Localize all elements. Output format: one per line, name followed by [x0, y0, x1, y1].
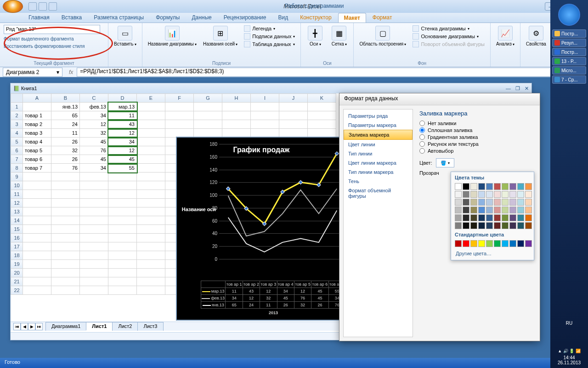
cell[interactable] [222, 103, 251, 111]
cell[interactable]: 24 [51, 120, 80, 129]
cell[interactable] [80, 190, 108, 199]
col-header[interactable]: G [194, 94, 222, 103]
cell[interactable] [51, 260, 80, 269]
color-swatch[interactable] [470, 191, 477, 198]
sheet-tab[interactable]: Лист1 [86, 322, 113, 331]
cell[interactable] [80, 251, 108, 260]
color-swatch[interactable] [478, 214, 485, 221]
cell[interactable] [108, 277, 137, 286]
color-swatch[interactable] [478, 199, 485, 206]
cell[interactable] [279, 120, 308, 129]
color-swatch[interactable] [509, 199, 516, 206]
fx-icon[interactable]: fx [65, 69, 77, 75]
cell[interactable] [308, 103, 336, 111]
color-swatch[interactable] [470, 199, 477, 206]
color-swatch[interactable] [463, 191, 469, 198]
cell[interactable] [23, 216, 51, 225]
color-swatch[interactable] [517, 214, 524, 221]
cell[interactable]: 11 [108, 111, 137, 120]
sheet-tab[interactable]: Лист3 [137, 322, 163, 331]
data-table-button[interactable]: Таблица данных [242, 40, 297, 48]
color-swatch[interactable] [455, 214, 462, 221]
cell[interactable]: товар 6 [23, 155, 51, 164]
color-swatch[interactable] [517, 240, 524, 247]
cell[interactable] [80, 242, 108, 251]
color-swatch[interactable] [486, 222, 493, 229]
cell[interactable]: 32 [80, 129, 108, 138]
col-header[interactable]: B [51, 94, 80, 103]
color-swatch[interactable] [525, 214, 532, 221]
row-header[interactable]: 17 [11, 242, 23, 251]
row-header[interactable]: 3 [11, 120, 23, 129]
data-labels-button[interactable]: Подписи данных [242, 33, 297, 40]
color-swatch[interactable] [470, 183, 477, 190]
color-swatch[interactable] [463, 214, 469, 221]
tab-design[interactable]: Конструктор [294, 13, 337, 23]
tab-pagelayout[interactable]: Разметка страницы [88, 13, 149, 23]
taskbar-item[interactable]: 13 - Р... [552, 57, 586, 65]
color-swatch[interactable] [463, 222, 469, 229]
dialog-nav-item[interactable]: Параметры маркера [344, 121, 413, 130]
color-swatch[interactable] [517, 183, 524, 190]
cell[interactable]: 11 [51, 129, 80, 138]
color-swatch[interactable] [502, 207, 509, 213]
cell[interactable] [194, 120, 222, 129]
cell[interactable] [165, 111, 194, 120]
cell[interactable]: 32 [51, 146, 80, 155]
cell[interactable]: мар.13 [108, 103, 137, 111]
tab-nav-prev[interactable]: ◀ [21, 323, 28, 330]
color-swatch[interactable] [509, 214, 516, 221]
cell[interactable] [51, 242, 80, 251]
dialog-nav-item[interactable]: Цвет линии [344, 140, 413, 149]
color-swatch[interactable] [502, 222, 509, 229]
cell[interactable] [80, 277, 108, 286]
language-indicator[interactable]: RU [550, 321, 588, 326]
cell[interactable] [194, 129, 222, 138]
cell[interactable] [80, 286, 108, 295]
cell[interactable]: товар 7 [23, 164, 51, 172]
row-header[interactable]: 22 [11, 286, 23, 295]
cell[interactable] [137, 146, 165, 155]
dialog-nav-item[interactable]: Тип линии маркера [344, 167, 413, 177]
taskbar-item[interactable]: Резул... [552, 39, 586, 47]
color-swatch[interactable] [494, 214, 501, 221]
cell[interactable] [108, 172, 137, 181]
wb-minimize[interactable]: — [506, 86, 511, 92]
cell[interactable] [51, 216, 80, 225]
cell[interactable] [80, 260, 108, 269]
taskbar-item[interactable]: Micro... [552, 66, 586, 75]
formula-input[interactable]: =РЯД(Лист1!$D$1;Лист1!$A$2:$A$8;Лист1!$D… [77, 68, 579, 77]
cell[interactable] [80, 181, 108, 190]
tab-home[interactable]: Главная [23, 13, 55, 23]
cell[interactable] [165, 103, 194, 111]
cell[interactable] [23, 207, 51, 216]
cell[interactable] [23, 181, 51, 190]
cell[interactable] [80, 225, 108, 234]
cell[interactable] [251, 129, 279, 138]
cell[interactable]: 26 [51, 138, 80, 146]
cell[interactable] [108, 260, 137, 269]
color-swatch[interactable] [470, 207, 477, 213]
sheet-tab[interactable]: Диаграмма1 [45, 322, 86, 331]
plot-area[interactable]: 020406080100120140160180 [219, 144, 346, 259]
cell[interactable] [23, 260, 51, 269]
color-swatch[interactable] [517, 207, 524, 213]
row-header[interactable]: 9 [11, 172, 23, 181]
cell[interactable] [80, 216, 108, 225]
legend-button[interactable]: Легенда [242, 25, 297, 32]
cell[interactable] [137, 129, 165, 138]
tab-review[interactable]: Рецензирование [218, 13, 272, 23]
color-swatch[interactable] [486, 240, 493, 247]
chart-floor-button[interactable]: Основание диаграммы [411, 33, 486, 40]
color-dropdown-button[interactable]: 🪣 [436, 158, 454, 167]
name-box[interactable]: Диаграмма 2▾ [3, 68, 62, 77]
cell[interactable] [137, 269, 165, 277]
color-swatch[interactable] [470, 240, 477, 247]
qat-redo-icon[interactable] [49, 2, 57, 11]
cell[interactable] [51, 225, 80, 234]
cell[interactable] [51, 251, 80, 260]
cell[interactable] [222, 120, 251, 129]
dialog-nav-item[interactable]: Параметры ряда [344, 111, 413, 121]
cell[interactable] [51, 190, 80, 199]
tab-insert[interactable]: Вставка [56, 13, 88, 23]
